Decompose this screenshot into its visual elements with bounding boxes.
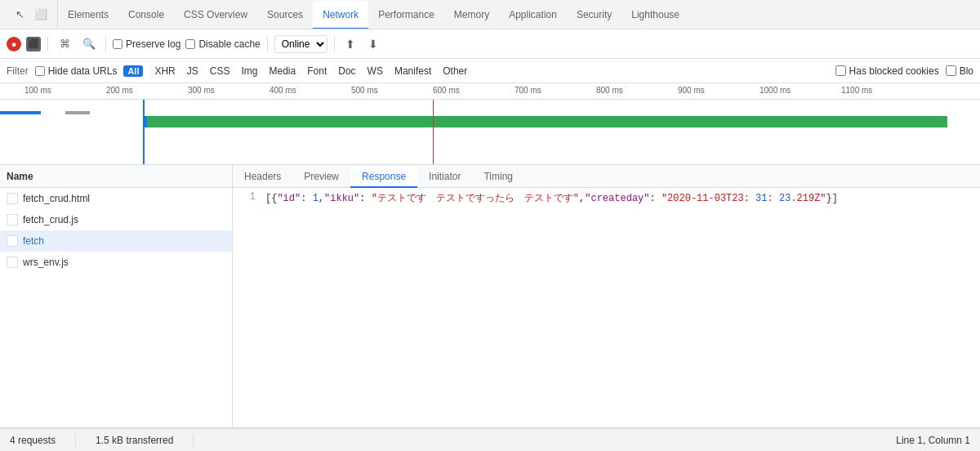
timeline-label-5: 600 ms (433, 86, 460, 95)
response-line-1: 1 [{"id": 1,"ikku": "テストです テストですったら テストで… (239, 191, 973, 205)
detail-tab-response[interactable]: Response (350, 166, 417, 188)
nav-tab-css-overview[interactable]: CSS Overview (174, 1, 257, 29)
timeline-area: 100 ms200 ms300 ms400 ms500 ms600 ms700 … (0, 83, 980, 165)
disable-cache-checkbox[interactable] (185, 39, 195, 49)
timeline-label-3: 400 ms (270, 86, 296, 95)
filter-tab-manifest[interactable]: Manifest (390, 64, 436, 78)
response-text: [{"id": 1,"ikku": "テストです テストですったら テストです"… (265, 191, 838, 205)
timeline-label-7: 800 ms (596, 86, 623, 95)
filter-tab-css[interactable]: CSS (205, 64, 235, 78)
nav-tab-network[interactable]: Network (313, 1, 368, 29)
file-item-fetch_crud-html[interactable]: fetch_crud.html (0, 188, 232, 209)
filter-tab-img[interactable]: Img (237, 64, 263, 78)
timeline-label-2: 300 ms (188, 86, 215, 95)
file-name: fetch_crud.js (23, 214, 78, 226)
transferred-size: 1.5 kB transferred (96, 435, 173, 446)
detail-tab-timing[interactable]: Timing (472, 166, 524, 188)
filter-row: Filter Hide data URLs All XHRJSCSSImgMed… (0, 59, 980, 83)
toolbar: ● ⬛ ⌘ 🔍 Preserve log Disable cache Onlin… (0, 29, 980, 59)
stop-button[interactable]: ⬛ (26, 37, 41, 51)
filter-tab-doc[interactable]: Doc (333, 64, 360, 78)
filter-tab-other[interactable]: Other (438, 64, 472, 78)
disable-cache-label[interactable]: Disable cache (185, 38, 260, 50)
main-split: Name fetch_crud.htmlfetch_crud.jsfetchwr… (0, 165, 980, 428)
timeline-vline-blue (143, 100, 145, 165)
nav-tabs: ElementsConsoleCSS OverviewSourcesNetwor… (58, 0, 689, 29)
timeline-vline-red (433, 100, 434, 165)
has-blocked-cookies-checkbox[interactable] (835, 65, 846, 76)
file-name: fetch (23, 235, 44, 247)
hide-data-urls-checkbox[interactable] (35, 66, 45, 76)
download-icon[interactable]: ⬇ (364, 35, 382, 53)
hide-data-urls-label[interactable]: Hide data URLs (35, 65, 118, 77)
nav-tab-console[interactable]: Console (118, 1, 174, 29)
timeline-label-9: 1000 ms (760, 86, 791, 95)
filter-tab-media[interactable]: Media (265, 64, 301, 78)
filter-icon[interactable]: ⌘ (55, 34, 74, 54)
timeline-chart (0, 100, 980, 165)
timeline-label-8: 900 ms (678, 86, 705, 95)
timeline-label-10: 1100 ms (841, 86, 872, 95)
file-item-fetch_crud-js[interactable]: fetch_crud.js (0, 209, 232, 230)
status-bar: 4 requests 1.5 kB transferred Line 1, Co… (0, 428, 980, 451)
filter-tab-xhr[interactable]: XHR (149, 64, 180, 78)
detail-tab-preview[interactable]: Preview (292, 166, 350, 188)
file-type-icon (7, 235, 18, 247)
filter-tab-js[interactable]: JS (182, 64, 203, 78)
nav-tab-lighthouse[interactable]: Lighthouse (621, 1, 689, 29)
file-name: wrs_env.js (23, 257, 69, 268)
filter-tabs: XHRJSCSSImgMediaFontDocWSManifestOther (149, 64, 472, 78)
record-button[interactable]: ● (7, 37, 21, 51)
preserve-log-checkbox[interactable] (113, 39, 122, 49)
blo-checkbox[interactable] (946, 65, 956, 76)
cursor-position: Line 1, Column 1 (896, 435, 970, 446)
nav-tab-memory[interactable]: Memory (444, 1, 499, 29)
nav-tab-performance[interactable]: Performance (368, 1, 444, 29)
file-type-icon (7, 193, 18, 204)
timeline-small-bar-2 (65, 111, 90, 114)
detail-content: 1 [{"id": 1,"ikku": "テストです テストですったら テストで… (233, 188, 980, 427)
nav-tab-application[interactable]: Application (499, 1, 567, 29)
nav-tab-security[interactable]: Security (567, 1, 621, 29)
file-item-wrs_env-js[interactable]: wrs_env.js (0, 252, 232, 273)
detail-tab-headers[interactable]: Headers (233, 166, 292, 188)
detail-tabs: HeadersPreviewResponseInitiatorTiming (233, 165, 980, 188)
requests-count: 4 requests (10, 435, 56, 446)
timeline-label-4: 500 ms (351, 86, 378, 95)
filter-tab-font[interactable]: Font (302, 64, 332, 78)
upload-icon[interactable]: ⬆ (341, 35, 359, 53)
timeline-small-bar-1 (0, 111, 41, 114)
line-number: 1 (239, 191, 256, 205)
nav-tab-elements[interactable]: Elements (58, 1, 118, 29)
throttle-select[interactable]: Online (274, 35, 327, 53)
inspect-icon[interactable]: ↖ (10, 5, 29, 25)
filter-right: Has blocked cookies Blo (835, 65, 973, 77)
file-list: Name fetch_crud.htmlfetch_crud.jsfetchwr… (0, 165, 233, 427)
file-list-header: Name (0, 165, 232, 188)
timeline-label-1: 200 ms (106, 86, 133, 95)
detail-pane: HeadersPreviewResponseInitiatorTiming 1 … (233, 165, 980, 427)
timeline-label-6: 700 ms (514, 86, 541, 95)
file-type-icon (7, 214, 18, 226)
search-icon[interactable]: 🔍 (79, 34, 99, 54)
timeline-label-0: 100 ms (24, 86, 51, 95)
file-type-icon (7, 257, 18, 268)
top-nav: ↖ ⬜ ElementsConsoleCSS OverviewSourcesNe… (0, 0, 980, 29)
file-name: fetch_crud.html (23, 193, 90, 204)
filter-label: Filter (7, 65, 29, 77)
file-item-fetch[interactable]: fetch (0, 230, 232, 252)
blo-label[interactable]: Blo (946, 65, 973, 77)
nav-icons: ↖ ⬜ (3, 0, 58, 29)
detail-tab-initiator[interactable]: Initiator (417, 166, 472, 188)
filter-tab-ws[interactable]: WS (363, 64, 388, 78)
preserve-log-label[interactable]: Preserve log (113, 38, 180, 50)
nav-tab-sources[interactable]: Sources (257, 1, 313, 29)
timeline-labels: 100 ms200 ms300 ms400 ms500 ms600 ms700 … (0, 83, 980, 100)
timeline-green-bar (143, 116, 947, 127)
device-icon[interactable]: ⬜ (31, 5, 51, 25)
all-filter-badge[interactable]: All (123, 65, 143, 77)
has-blocked-cookies-label[interactable]: Has blocked cookies (835, 65, 939, 77)
